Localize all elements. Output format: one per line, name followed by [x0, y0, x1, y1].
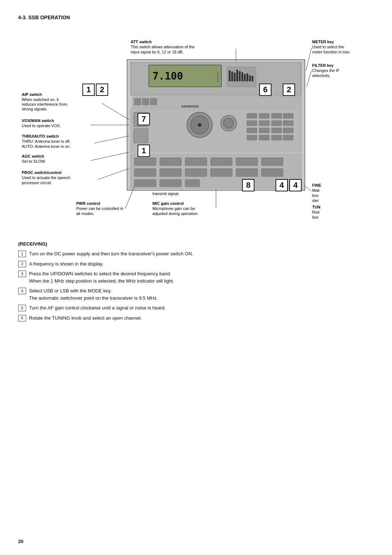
- meter-bar-10: [252, 76, 253, 81]
- callout-1b-text: 1: [142, 146, 146, 155]
- sm-btn-16: [283, 135, 293, 140]
- section-title: 4-3. SSB OPERATION: [18, 15, 374, 20]
- step-text: Turn on the DC power supply and then tur…: [29, 250, 374, 258]
- sm-btn-12: [283, 128, 293, 133]
- meter-bar-2: [231, 72, 233, 81]
- thru-line: [94, 136, 129, 143]
- sm-btn-5: [247, 121, 257, 126]
- sm-btn-13: [247, 135, 257, 140]
- fine-title: FINE: [312, 183, 321, 187]
- meter-bar-6: [241, 72, 243, 81]
- btn-3: [150, 98, 157, 105]
- mic-text-2: adjusted during operation.: [152, 211, 199, 216]
- meter-bar-8: [246, 73, 248, 81]
- sm-btn-1: [247, 113, 257, 118]
- fine-text-2: kno: [312, 193, 319, 198]
- sm-btn-9: [247, 128, 257, 133]
- thru-text-2: AUTO: Antenna tuner is on.: [22, 144, 70, 149]
- step-item: 5Turn the AF gain control clockwise unti…: [18, 304, 374, 312]
- bottom-btn-14: [160, 179, 181, 187]
- pwr-text-2: all modes.: [76, 211, 94, 216]
- step-item: 3Press the UP/DOWN switches to select th…: [18, 270, 374, 284]
- sm-btn-3: [271, 113, 282, 118]
- sm-btn-4: [283, 113, 293, 118]
- agc-title: AGC switch: [22, 154, 44, 158]
- pwr-title: PWR control: [76, 201, 100, 206]
- bottom-btn-12: [261, 169, 283, 177]
- proc-text-1: Used to actuate the speech: [22, 175, 70, 180]
- sm-btn-11: [271, 128, 282, 133]
- callout-8-text: 8: [246, 181, 250, 190]
- vox-title: VOX/MAN switch: [22, 118, 54, 123]
- bottom-btn-15: [185, 179, 200, 187]
- meter-bar-3: [234, 73, 236, 81]
- filter-text-1: Changes the IF: [312, 68, 339, 73]
- callout-1a-text: 1: [86, 85, 91, 94]
- agc-line: [91, 152, 129, 161]
- ctrl-btn-b: [134, 129, 148, 143]
- bottom-btn-7: [134, 169, 156, 177]
- thru-text-1: THRU: Antenna tuner is off.: [22, 139, 70, 143]
- sm-btn-6: [259, 121, 269, 126]
- diagram-svg: AIP switch When switched on, it reduces …: [18, 23, 374, 230]
- meter-text-2: meter function in tran: [312, 50, 350, 54]
- diagram-area: AIP switch When switched on, it reduces …: [18, 23, 374, 230]
- page: 4-3. SSB OPERATION AIP switch When switc…: [0, 0, 392, 555]
- callout-2a-text: 2: [100, 85, 104, 94]
- step-item: 2A frequency is shown in the display.: [18, 260, 374, 268]
- aip-text-2: reduces interference from: [22, 102, 67, 106]
- aip-text-1: When switched on, it: [22, 97, 59, 102]
- agc-text: Set to SLOW.: [22, 159, 46, 163]
- fine-line: [304, 186, 311, 191]
- proc-line: [98, 169, 129, 179]
- display-freq: 7.100: [152, 70, 183, 82]
- callout-4a-text: 4: [279, 181, 284, 190]
- meter-bar-9: [249, 75, 251, 81]
- filter-title: FILTER key: [312, 63, 334, 68]
- att-text-1: This switch allows attenuation of the: [131, 45, 195, 49]
- sm-btn-10: [259, 128, 269, 133]
- step-text: A frequency is shown in the display.: [29, 260, 374, 268]
- mic-text-1: Microphone gain can be: [152, 206, 195, 211]
- sm-btn-8: [283, 121, 293, 126]
- step-text: Turn the AF gain control clockwise until…: [29, 304, 374, 312]
- callout-4b-text: 4: [293, 181, 298, 190]
- aip-title: AIP switch: [22, 92, 42, 97]
- fine-text-3: ster: [312, 198, 319, 203]
- page-number: 20: [18, 539, 23, 544]
- btn-2: [142, 98, 149, 105]
- bottom-btn-6: [261, 158, 283, 166]
- sm-btn-7: [271, 121, 282, 126]
- btn-1: [134, 98, 141, 105]
- step-item: 6Rotate the TUNING knob and select an op…: [18, 315, 374, 322]
- step-number: 4: [18, 288, 26, 294]
- step-number: 5: [18, 305, 26, 311]
- vox-text: Used to operate VOX.: [22, 123, 61, 128]
- fine-text-1: Mak: [312, 188, 320, 193]
- step-number: 2: [18, 261, 26, 267]
- thru-title: THRU/AUTO switch: [22, 134, 59, 138]
- aip-line: [102, 103, 129, 119]
- receiving-section: (RECEIVING) 1Turn on the DC power supply…: [18, 241, 374, 321]
- bottom-btn-4: [211, 158, 232, 166]
- receiving-title: (RECEIVING): [18, 241, 374, 247]
- steps-container: 1Turn on the DC power supply and then tu…: [18, 250, 374, 321]
- tun-text-2: line: [312, 215, 318, 219]
- tun-title: TUN: [312, 205, 320, 209]
- meter-title: METER key: [312, 40, 334, 44]
- pwr-text-1: Power can be controlled in: [76, 206, 123, 211]
- secondary-knob-inner: [224, 118, 234, 128]
- brand-label: KENWOOD: [181, 105, 199, 108]
- bottom-btn-9: [185, 169, 207, 177]
- proc-title: PROC switch/control: [22, 170, 61, 175]
- callout-7-text: 7: [142, 114, 146, 123]
- moni-text-2: transmit signal.: [152, 191, 179, 196]
- att-text-2: input signal by 6, 12 or 18 dB.: [131, 50, 184, 54]
- tun-text-1: Red: [312, 210, 319, 214]
- sm-btn-2: [259, 113, 269, 118]
- step-item: 4Select USB or LSB with the MODE key.The…: [18, 287, 374, 301]
- sm-btn-14: [259, 135, 269, 140]
- meter-text-1: Used to select the: [312, 45, 344, 49]
- step-text: Rotate the TUNING knob and select an ope…: [29, 315, 374, 322]
- att-title: ATT switch: [131, 40, 152, 44]
